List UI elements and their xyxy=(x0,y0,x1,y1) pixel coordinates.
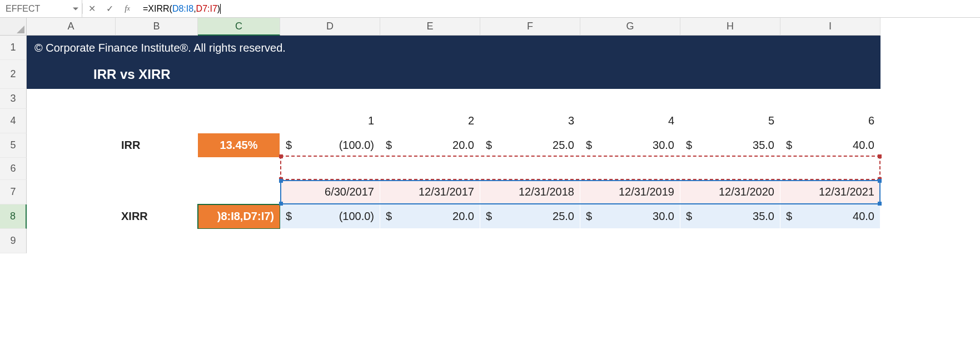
row-header[interactable]: 3 xyxy=(0,89,27,109)
cell[interactable]: 12/31/2018 xyxy=(480,180,580,204)
cell[interactable]: $(100.0) xyxy=(280,133,380,158)
formula-arg1: D8:I8 xyxy=(172,4,193,14)
worksheet-grid[interactable]: A B C D E F G H I 1 © Corporate Finance … xyxy=(0,18,980,253)
col-header[interactable]: H xyxy=(680,18,780,36)
cell[interactable]: 12/31/2021 xyxy=(780,180,880,204)
col-header[interactable]: D xyxy=(280,18,380,36)
col-header[interactable]: G xyxy=(580,18,680,36)
col-header[interactable]: I xyxy=(780,18,880,36)
row-header[interactable]: 4 xyxy=(0,109,27,133)
row-header[interactable]: 5 xyxy=(0,133,27,158)
cell[interactable] xyxy=(27,229,880,253)
xirr-label[interactable]: XIRR xyxy=(116,204,198,229)
cell[interactable]: $25.0 xyxy=(480,204,580,229)
cell[interactable]: 6/30/2017 xyxy=(280,180,380,204)
cell[interactable] xyxy=(198,109,280,133)
cell-value: 40.0 xyxy=(853,210,874,223)
cell[interactable] xyxy=(27,204,116,229)
row-header[interactable]: 6 xyxy=(0,158,27,180)
cell[interactable] xyxy=(27,180,116,204)
row-header[interactable]: 8 xyxy=(0,204,27,229)
cell[interactable]: 1 xyxy=(280,109,380,133)
cell[interactable]: 12/31/2019 xyxy=(580,180,680,204)
cell[interactable]: 5 xyxy=(680,109,780,133)
select-all-corner[interactable] xyxy=(0,18,27,36)
formula-prefix: =XIRR( xyxy=(143,4,172,14)
cell[interactable]: 12/31/2017 xyxy=(380,180,480,204)
cell[interactable]: 4 xyxy=(580,109,680,133)
irr-label[interactable]: IRR xyxy=(116,133,198,158)
name-box-dropdown-icon[interactable] xyxy=(73,7,78,10)
formula-bar: EFFECT ✕ ✓ fx =XIRR(D8:I8,D7:I7) xyxy=(0,0,980,18)
currency-sym: $ xyxy=(386,139,396,152)
formula-input[interactable]: =XIRR(D8:I8,D7:I7) xyxy=(136,0,980,17)
cell[interactable]: $30.0 xyxy=(580,204,680,229)
currency-sym: $ xyxy=(686,210,696,223)
cancel-entry-button[interactable]: ✕ xyxy=(83,0,101,17)
cell-value: 20.0 xyxy=(452,139,474,152)
cell[interactable]: $(100.0) xyxy=(280,204,380,229)
currency-sym: $ xyxy=(786,210,796,223)
grid-row: 9 xyxy=(0,229,980,253)
cell[interactable]: $20.0 xyxy=(380,204,480,229)
formula-arg2: D7:I7 xyxy=(196,4,217,14)
cell[interactable]: $40.0 xyxy=(780,204,880,229)
currency-sym: $ xyxy=(286,139,296,152)
cell[interactable]: 2 xyxy=(380,109,480,133)
cell-value: 35.0 xyxy=(753,139,774,152)
cell-value: 25.0 xyxy=(553,210,574,223)
text-caret xyxy=(220,4,221,14)
currency-sym: $ xyxy=(586,139,596,152)
col-header[interactable]: C xyxy=(198,18,280,36)
row-header[interactable]: 2 xyxy=(0,60,27,89)
cell[interactable]: 6 xyxy=(780,109,880,133)
row-header[interactable]: 1 xyxy=(0,36,27,60)
banner-copyright: © Corporate Finance Institute®. All righ… xyxy=(27,36,880,60)
cell[interactable] xyxy=(27,133,116,158)
cell[interactable] xyxy=(116,180,198,204)
grid-row: 4 1 2 3 4 5 6 xyxy=(0,109,980,133)
currency-sym: $ xyxy=(686,139,696,152)
col-header[interactable]: A xyxy=(27,18,116,36)
currency-sym: $ xyxy=(486,210,496,223)
cell[interactable]: 12/31/2020 xyxy=(680,180,780,204)
cell-value: 20.0 xyxy=(452,210,474,223)
cell-value: 25.0 xyxy=(553,139,574,152)
row-header[interactable]: 9 xyxy=(0,229,27,253)
currency-sym: $ xyxy=(486,139,496,152)
cell[interactable] xyxy=(27,158,880,180)
cell[interactable] xyxy=(198,180,280,204)
grid-row: 7 6/30/2017 12/31/2017 12/31/2018 12/31/… xyxy=(0,180,980,204)
cell[interactable] xyxy=(116,109,198,133)
cell[interactable] xyxy=(27,109,116,133)
cell[interactable] xyxy=(27,89,880,109)
name-box[interactable]: EFFECT xyxy=(0,0,82,17)
confirm-entry-button[interactable]: ✓ xyxy=(101,0,118,17)
irr-result[interactable]: 13.45% xyxy=(198,133,280,158)
col-header[interactable]: F xyxy=(480,18,580,36)
cell[interactable]: 3 xyxy=(480,109,580,133)
currency-sym: $ xyxy=(286,210,296,223)
grid-row: 1 © Corporate Finance Institute®. All ri… xyxy=(0,36,980,60)
cell[interactable]: $25.0 xyxy=(480,133,580,158)
cell[interactable]: $35.0 xyxy=(680,133,780,158)
active-cell[interactable]: )8:I8,D7:I7) xyxy=(198,204,280,229)
row-header[interactable]: 7 xyxy=(0,180,27,204)
cell[interactable]: $20.0 xyxy=(380,133,480,158)
col-header[interactable]: B xyxy=(116,18,198,36)
currency-sym: $ xyxy=(786,139,796,152)
currency-sym: $ xyxy=(586,210,596,223)
cell-value: 35.0 xyxy=(753,210,774,223)
cell[interactable]: $40.0 xyxy=(780,133,880,158)
cell[interactable]: $30.0 xyxy=(580,133,680,158)
cell-value: 40.0 xyxy=(853,139,874,152)
grid-row: 6 xyxy=(0,158,980,180)
grid-row: 3 xyxy=(0,89,980,109)
insert-function-button[interactable]: fx xyxy=(118,0,136,17)
col-header[interactable]: E xyxy=(380,18,480,36)
banner-title: IRR vs XIRR xyxy=(27,60,880,89)
cell-value: 30.0 xyxy=(653,139,674,152)
cell-value: (100.0) xyxy=(339,210,374,223)
cell[interactable]: $35.0 xyxy=(680,204,780,229)
column-headers-row: A B C D E F G H I xyxy=(0,18,980,36)
